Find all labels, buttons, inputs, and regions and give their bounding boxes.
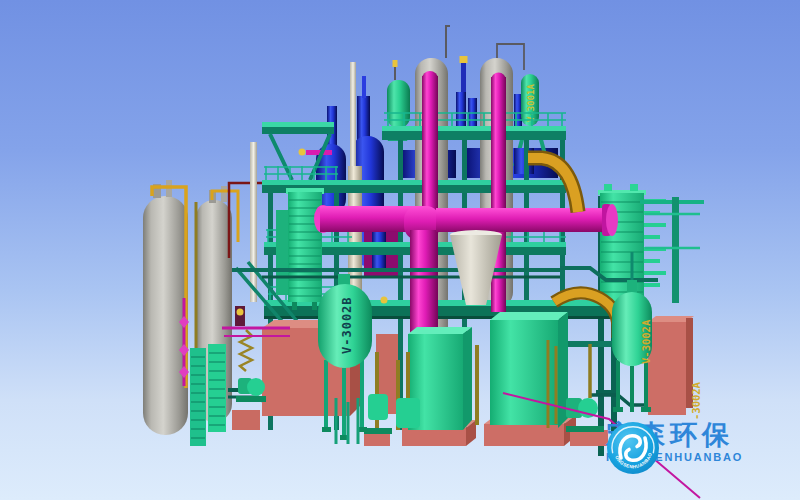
label-v3001a: V-3001A	[526, 83, 536, 122]
label-p3002a: -3002A	[690, 381, 702, 420]
label-v3002b: V-3002B	[340, 296, 354, 354]
watermark-logo: HONGSENHUANBAO 宏森环保 HONGSENHUANBAO	[606, 421, 743, 463]
plant-3d-render: V-3001A	[0, 0, 800, 500]
plate-exchanger-left	[276, 188, 324, 310]
hongsen-logo-icon: HONGSENHUANBAO	[606, 421, 660, 475]
plate-exchanger-right	[598, 184, 704, 310]
label-v3002a: V-3002A	[640, 319, 652, 364]
vessel-v3002b: V-3002B	[318, 274, 372, 440]
green-tanks-ground	[408, 312, 568, 430]
